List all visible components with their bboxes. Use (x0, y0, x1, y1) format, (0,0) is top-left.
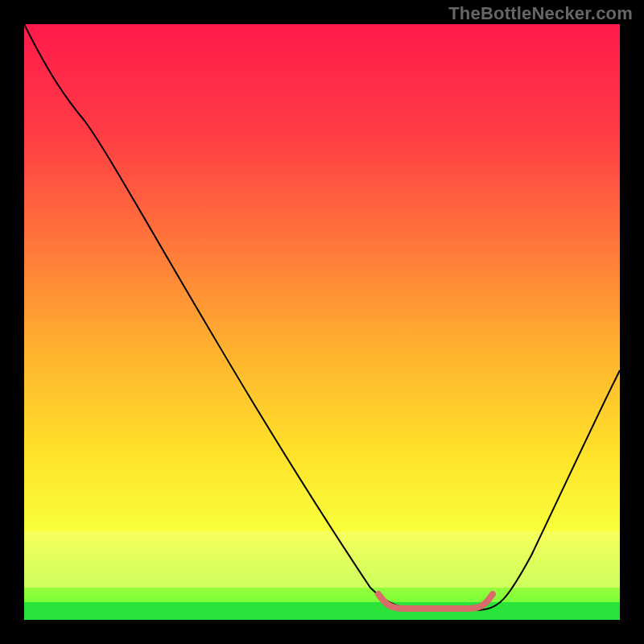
soft-optimal-band (24, 531, 620, 588)
svg-rect-0 (24, 24, 620, 620)
gradient-background (24, 24, 620, 620)
chart-svg (24, 24, 620, 620)
svg-rect-1 (24, 531, 620, 588)
attribution-label: TheBottleNecker.com (448, 3, 633, 24)
optimal-band (24, 602, 620, 620)
svg-rect-2 (24, 602, 620, 620)
bottleneck-chart (24, 24, 620, 620)
